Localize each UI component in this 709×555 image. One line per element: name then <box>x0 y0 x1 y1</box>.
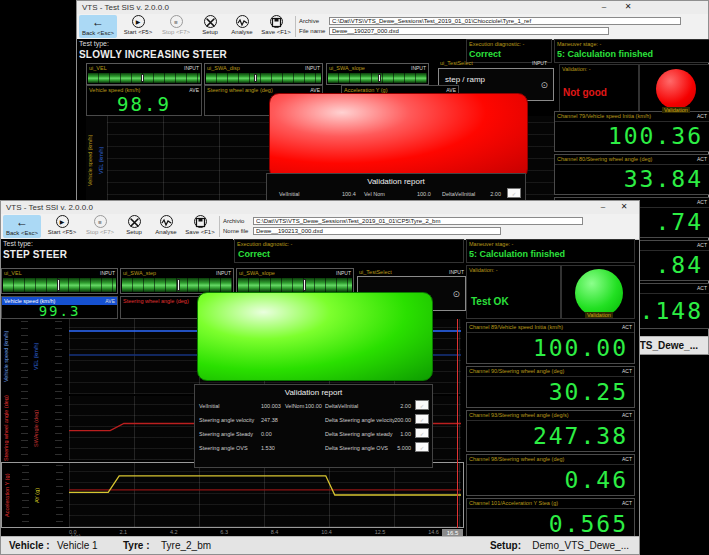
stop-button[interactable]: ■ Stop <F7> <box>81 215 119 238</box>
axis-label-steering-angle: Steering wheel angle (deg) <box>3 396 9 460</box>
channel-tag: ACT <box>697 156 707 162</box>
floppy-icon <box>270 15 283 28</box>
validation-lamp-panel: Validation <box>639 64 709 116</box>
toolbar: ← Back <Esc> ▶ Start <F5> ■ Stop <F7> Se… <box>77 14 708 40</box>
tools-icon <box>128 215 141 228</box>
report-value: 247.38 <box>261 417 278 423</box>
pass-checkbox[interactable]: ✓ <box>415 400 429 410</box>
channel-tag: ACT <box>622 412 632 418</box>
analyse-label: Analyse <box>223 29 261 35</box>
validation-lamp-caption: Validation <box>662 107 690 113</box>
channel-label: Channel 80/Steering wheel angle (deg) <box>557 156 652 162</box>
analyse-button[interactable]: Analyse <box>223 15 261 38</box>
channel-tag: ACT <box>622 456 632 462</box>
close-button[interactable]: ✕ <box>616 201 632 213</box>
pass-checkbox[interactable]: ✓ <box>415 428 429 438</box>
gauge-tag: INPUT <box>411 65 426 71</box>
gauge-bar <box>88 73 200 83</box>
back-arrow-icon: ← <box>3 215 41 229</box>
setup-value: Demo_VTS_Dewe_... <box>532 540 629 551</box>
stop-label: Stop <F7> <box>157 29 195 35</box>
maneuver-stage-header: Maneuver stage: - <box>557 41 601 47</box>
execution-diagnostic-value: Correct <box>469 49 501 59</box>
back-button[interactable]: ← Back <Esc> <box>3 215 41 238</box>
report-param: VelInitial <box>199 403 220 409</box>
validation-report-title: Validation report <box>267 177 525 186</box>
validation-header: Validation: - <box>469 267 498 273</box>
report-limit: 200.00 <box>387 417 411 423</box>
file-name-label: Nome file <box>223 228 248 234</box>
toolbar-separator <box>219 216 220 237</box>
archive-input[interactable] <box>253 217 583 225</box>
x-tick: 14.6 <box>428 529 439 535</box>
stop-button[interactable]: ■ Stop <F7> <box>157 15 195 38</box>
tick-strip <box>22 465 29 525</box>
file-name-input[interactable] <box>253 227 501 235</box>
start-button[interactable]: ▶ Start <F5> <box>119 15 157 38</box>
report-param: VelNom <box>285 403 304 409</box>
channel-value: 100.00 <box>467 332 628 363</box>
test-type-panel: Test type: STEP STEER <box>1 239 233 263</box>
report-param: Steering angle velocity <box>199 417 254 423</box>
titlebar: VTS - Test SIS v. 2.0.0.0 – ✕ <box>77 1 708 14</box>
analyse-label: Analyse <box>147 229 185 235</box>
subplot-acceleration-y[interactable]: Acceleration Y (g) AY (g) <box>1 462 464 528</box>
minimize-button[interactable]: – <box>596 1 612 13</box>
back-button[interactable]: ← Back <Esc> <box>79 15 117 38</box>
analyse-button[interactable]: Analyse <box>147 215 185 238</box>
x-tick: 4.2 <box>170 529 178 535</box>
tick-strip <box>21 321 28 392</box>
tools-icon <box>204 15 217 28</box>
channel-tag: ACT <box>697 199 707 205</box>
channel-label: Channel 93/Steering wheel angle (deg/s) <box>469 412 569 418</box>
waveform-icon <box>160 215 173 228</box>
report-param: DeltaVelInitial <box>442 191 475 197</box>
test-type-caption: Test type: <box>79 40 109 47</box>
start-label: Start <F5> <box>119 29 157 35</box>
gauge-bar <box>238 278 352 292</box>
gauge-name: ui_SWA_step <box>123 270 156 276</box>
validation-lamp-red <box>656 69 696 109</box>
save-button[interactable]: Save <F1> <box>181 215 219 238</box>
minimize-button[interactable]: – <box>595 201 611 213</box>
archive-input[interactable] <box>329 17 681 25</box>
gauge-ui-swa-disp: ui_SWA_dispINPUT <box>204 63 323 85</box>
testselect-tag: INPUT <box>532 60 547 66</box>
numeric-label: Steering wheel angle (deg) <box>207 87 273 93</box>
test-type-caption: Test type: <box>3 240 33 247</box>
numeric-value: 99.3 <box>2 305 117 317</box>
save-button[interactable]: Save <F1> <box>257 15 295 38</box>
channel-value: 247.38 <box>467 420 628 451</box>
maneuver-stage-header: Maneuver stage: - <box>469 241 513 247</box>
execution-diagnostic-header: Execution diagnostic: - <box>469 41 524 47</box>
close-button[interactable]: ✕ <box>620 1 636 13</box>
desktop: { "icons":{"minimize":"–","close":"✕","b… <box>0 0 709 555</box>
tick-strip <box>55 321 62 392</box>
axis-label-ay: AY (g) <box>34 463 40 527</box>
axis-label-vel: VEL (km/h) <box>98 116 104 204</box>
channel-value: 0.565 <box>467 508 628 539</box>
validation-report: Validation report VelInitial 100.003 Vel… <box>194 384 433 468</box>
report-value: 0.00 <box>261 431 272 437</box>
start-button[interactable]: ▶ Start <F5> <box>43 215 81 238</box>
plot-cursor-line[interactable] <box>457 319 458 528</box>
pass-checkbox[interactable]: ✓ <box>415 442 429 452</box>
file-name-input[interactable] <box>329 27 609 35</box>
setup-label: Setup: <box>490 540 521 551</box>
window-test-ssi: VTS - Test SSI v. 2.0.0.0 – ✕ ← Back <Es… <box>0 200 640 555</box>
waveform-icon <box>236 15 249 28</box>
gauge-name: ui_SWA_slope <box>239 270 275 276</box>
validation-lamp-caption: Validation <box>585 312 613 318</box>
gauge-name: ui_SWA_slope <box>329 65 365 71</box>
report-value: 100.003 <box>261 403 281 409</box>
channel-readout: Channel 101/Acceleration Y Stea (g)ACT 0… <box>466 498 635 540</box>
pass-checkbox[interactable]: ✓ <box>507 188 521 198</box>
stop-label: Stop <F7> <box>81 229 119 235</box>
validation-flag-green <box>197 292 433 381</box>
numeric-vehicle-speed: Vehicle speed (km/h)AVE 99.3 <box>1 296 118 319</box>
x-tick: 6.3 <box>220 529 228 535</box>
pass-checkbox[interactable]: ✓ <box>415 414 429 424</box>
maneuver-stage-panel: Maneuver stage: - 5: Calculation finishe… <box>554 39 709 63</box>
channel-readout: Channel 89/Vehicle speed Initia (km/h)AC… <box>466 322 635 364</box>
test-type-value: STEP STEER <box>3 249 67 260</box>
